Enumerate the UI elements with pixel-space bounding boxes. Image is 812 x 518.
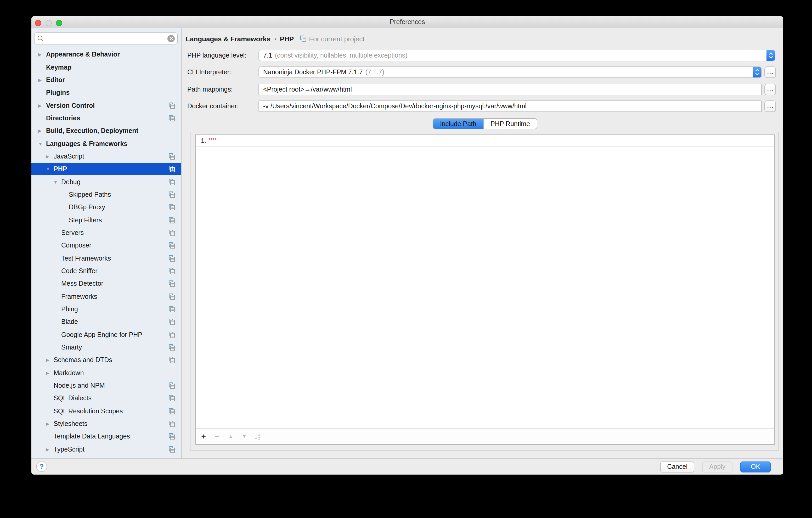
tree-item-sql-dialects[interactable]: SQL Dialects	[31, 392, 181, 405]
tree-item-label: Google App Engine for PHP	[61, 331, 142, 338]
traffic-lights	[35, 20, 62, 26]
tree-item-keymap[interactable]: Keymap	[31, 61, 181, 74]
chevron-expanded-icon[interactable]: ▼	[38, 141, 46, 146]
tree-item-debug[interactable]: ▼Debug	[31, 176, 181, 189]
cli-interpreter-browse-button[interactable]: …	[764, 66, 776, 78]
tree-item-test-frameworks[interactable]: Test Frameworks	[31, 252, 181, 265]
minimize-button[interactable]	[46, 20, 52, 26]
clear-search-button[interactable]	[167, 35, 175, 42]
add-button[interactable]: +	[200, 433, 207, 440]
tree-item-php[interactable]: ▼PHP	[31, 163, 181, 176]
copy-to-project-icon	[169, 204, 175, 210]
chevron-collapsed-icon[interactable]: ▶	[45, 447, 54, 452]
tree-item-template-data-languages[interactable]: Template Data Languages	[31, 430, 181, 443]
tree-item-editor[interactable]: ▶Editor	[31, 74, 181, 86]
docker-container-input[interactable]: -v /Users/vincent/Workspace/Docker/Compo…	[258, 100, 762, 112]
sort-alphabetically-button[interactable]: ↓az	[254, 432, 260, 440]
copy-to-project-icon	[169, 395, 175, 402]
copy-to-project-icon	[169, 382, 175, 389]
chevron-expanded-icon[interactable]: ▼	[53, 179, 61, 184]
copy-to-project-icon	[169, 192, 175, 198]
breadcrumb: Languages & Frameworks › PHP For current…	[186, 33, 365, 44]
tree-item-code-sniffer[interactable]: Code Sniffer	[31, 265, 181, 278]
tree-item-phing[interactable]: Phing	[31, 303, 181, 316]
tree-item-stylesheets[interactable]: ▶Stylesheets	[31, 418, 181, 430]
tab-bar: Include PathPHP Runtime	[433, 118, 537, 129]
apply-button[interactable]: Apply	[702, 461, 732, 472]
ok-button[interactable]: OK	[740, 461, 771, 472]
tree-item-mess-detector[interactable]: Mess Detector	[31, 277, 181, 290]
tree-item-plugins[interactable]: Plugins	[31, 86, 181, 99]
tree-item-frameworks[interactable]: Frameworks	[31, 290, 181, 303]
path-mappings-label: Path mappings:	[187, 84, 233, 95]
tree-item-servers[interactable]: Servers	[31, 227, 181, 239]
tree-item-label: Directories	[46, 115, 80, 122]
chevron-expanded-icon[interactable]: ▼	[45, 167, 54, 172]
move-up-button[interactable]: ▲	[227, 433, 234, 440]
php-language-level-select[interactable]: 7.1(const visibility, nullables, multipl…	[258, 50, 775, 61]
tree-item-schemas-and-dtds[interactable]: ▶Schemas and DTDs	[31, 354, 181, 367]
tree-item-label: Skipped Paths	[69, 191, 111, 198]
tree-item-dbgp-proxy[interactable]: DBGp Proxy	[31, 201, 181, 214]
move-down-button[interactable]: ▼	[241, 433, 248, 440]
tab-include-path[interactable]: Include Path	[433, 118, 484, 129]
zoom-button[interactable]	[56, 20, 62, 26]
tree-item-composer[interactable]: Composer	[31, 239, 181, 252]
tab-php-runtime[interactable]: PHP Runtime	[484, 118, 537, 129]
include-path-list[interactable]: 1.""	[196, 135, 774, 428]
cli-interpreter-label: CLI Interpreter:	[187, 66, 231, 78]
chevron-collapsed-icon[interactable]: ▶	[45, 154, 54, 159]
tree-item-version-control[interactable]: ▶Version Control	[31, 99, 181, 112]
tree-item-directories[interactable]: Directories	[31, 112, 181, 124]
docker-container-browse-button[interactable]: …	[764, 100, 776, 112]
tree-item-step-filters[interactable]: Step Filters	[31, 214, 181, 227]
cli-interpreter-value: Nanoninja Docker PHP-FPM 7.1.7	[263, 68, 363, 76]
php-language-level-stepper[interactable]	[766, 50, 775, 61]
titlebar[interactable]: Preferences	[31, 16, 783, 28]
help-button[interactable]: ?	[36, 461, 47, 472]
tree-item-markdown[interactable]: ▶Markdown	[31, 367, 181, 379]
tree-item-sql-resolution-scopes[interactable]: SQL Resolution Scopes	[31, 405, 181, 418]
chevron-collapsed-icon[interactable]: ▶	[38, 103, 46, 108]
cli-interpreter-select[interactable]: Nanoninja Docker PHP-FPM 7.1.7(7.1.7)	[258, 66, 762, 78]
copy-to-project-icon	[169, 344, 175, 351]
path-mappings-input[interactable]: <Project root>→/var/www/html	[258, 84, 762, 95]
chevron-collapsed-icon[interactable]: ▶	[45, 370, 54, 376]
chevron-collapsed-icon[interactable]: ▶	[45, 421, 54, 426]
include-path-row[interactable]: 1.""	[196, 135, 774, 146]
tree-item-node-js-and-npm[interactable]: Node.js and NPM	[31, 379, 181, 392]
chevron-collapsed-icon[interactable]: ▶	[38, 78, 46, 83]
search-box[interactable]	[34, 32, 178, 45]
chevron-collapsed-icon[interactable]: ▶	[38, 128, 46, 134]
copy-to-project-icon	[169, 255, 175, 261]
chevron-collapsed-icon[interactable]: ▶	[45, 357, 54, 363]
path-mappings-value: <Project root>→/var/www/html	[263, 86, 352, 93]
remove-button[interactable]: −	[213, 433, 221, 440]
tree-item-label: JavaScript	[54, 153, 84, 160]
search-icon	[37, 35, 44, 42]
tree-item-blade[interactable]: Blade	[31, 316, 181, 328]
copy-to-project-icon	[169, 217, 175, 223]
copy-to-project-icon	[169, 115, 175, 121]
tree-item-google-app-engine-for-php[interactable]: Google App Engine for PHP	[31, 328, 181, 341]
copy-to-project-icon	[169, 421, 175, 427]
tree-item-skipped-paths[interactable]: Skipped Paths	[31, 189, 181, 201]
cli-interpreter-stepper[interactable]	[753, 66, 762, 78]
search-input[interactable]	[46, 34, 167, 42]
path-mappings-browse-button[interactable]: …	[764, 84, 776, 95]
tree-item-label: Composer	[61, 242, 91, 249]
copy-to-project-icon	[169, 306, 175, 312]
tree-item-appearance-behavior[interactable]: ▶Appearance & Behavior	[31, 48, 181, 61]
tree-item-label: DBGp Proxy	[69, 204, 105, 211]
tree-item-label: Blade	[61, 318, 78, 326]
tree-item-label: Stylesheets	[54, 420, 87, 428]
tree-item-typescript[interactable]: ▶TypeScript	[31, 443, 181, 456]
close-button[interactable]	[35, 20, 41, 26]
chevron-collapsed-icon[interactable]: ▶	[38, 52, 46, 57]
tree-item-build-execution-deployment[interactable]: ▶Build, Execution, Deployment	[31, 124, 181, 137]
tree-item-javascript[interactable]: ▶JavaScript	[31, 150, 181, 163]
tree-item-label: Languages & Frameworks	[46, 140, 127, 147]
tree-item-languages-frameworks[interactable]: ▼Languages & Frameworks	[31, 137, 181, 150]
tree-item-smarty[interactable]: Smarty	[31, 341, 181, 354]
cancel-button[interactable]: Cancel	[660, 461, 694, 472]
